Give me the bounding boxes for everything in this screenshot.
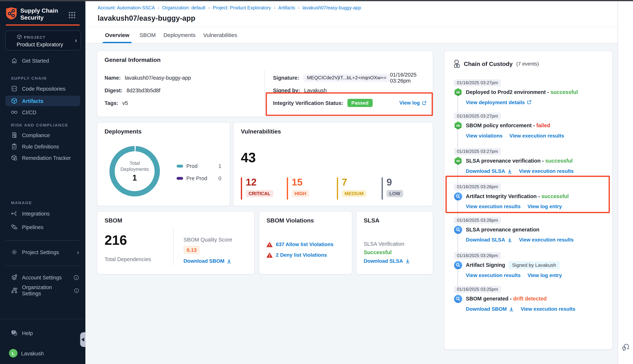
download-slsa-link[interactable]: Download SLSA	[466, 237, 512, 242]
artifact-digest: 8d23bd3b5d8f	[126, 87, 160, 93]
support-chat-icon[interactable]	[621, 343, 630, 352]
coc-event-sbom-generated: 01/16/2025 03:25pm SBOM generated - drif…	[454, 285, 606, 312]
tab-sbom[interactable]: SBOM	[140, 32, 156, 38]
total-vulnerabilities-value: 43	[241, 150, 256, 166]
signed-by-label: Signed by:	[273, 87, 300, 93]
signature-value[interactable]: MEQCICde2VjIT...bL+2+mqnOXw==	[303, 74, 390, 82]
sidebar-item-artifacts[interactable]: Artifacts	[5, 96, 80, 106]
sidebar-item-label: Project Settings	[22, 249, 59, 255]
verification-step-icon	[454, 261, 462, 269]
legend-item-pre-prod: Pre Prod 0	[176, 175, 221, 181]
tab-deployments[interactable]: Deployments	[164, 32, 196, 38]
coc-event-deploy: 01/16/2025 03:27pm ∞ Deployed to Prod2 e…	[454, 78, 606, 105]
view-execution-results-link[interactable]: View execution results	[520, 306, 575, 312]
breadcrumb-organization[interactable]: Organization: default	[162, 5, 205, 10]
breadcrumb-artifacts[interactable]: Artifacts	[278, 5, 295, 10]
info-icon	[74, 288, 79, 293]
card-title: SBOM	[104, 217, 122, 224]
chevron-right-icon: ›	[75, 36, 77, 44]
card-title: Deployments	[104, 128, 142, 135]
coc-event-slsa-verification: 01/16/2025 03:27pm ∞ SLSA provenance ver…	[454, 147, 606, 174]
total-dependencies-value: 216	[104, 233, 127, 248]
sidebar-item-remediation-tracker[interactable]: Remediation Tracker	[0, 152, 85, 163]
deny-list-violations-link[interactable]: 2 Deny list Violations	[276, 252, 327, 258]
deployments-card: Deployments Total Deployments 1 Prod 1 P…	[97, 122, 230, 206]
sidebar-item-cicd[interactable]: CI/CD	[0, 107, 85, 118]
severity-low: 9 LOW	[382, 177, 403, 200]
module-grid-icon[interactable]	[68, 11, 76, 19]
view-execution-results-link[interactable]: View execution results	[466, 272, 520, 278]
user-name[interactable]: Lavakush	[21, 351, 44, 357]
medium-badge: MEDIUM	[342, 190, 366, 197]
divider	[6, 240, 80, 241]
page-header: Account: Automation-SSCA› Organization: …	[85, 1, 618, 44]
download-sbom-link[interactable]: Download SBOM	[184, 258, 231, 264]
sidebar-item-account-settings[interactable]: Account Settings	[0, 272, 85, 283]
coc-event-slsa-generation: 01/16/2025 03:26pm SLSA provenance gener…	[454, 216, 606, 242]
sidebar-item-label: Integrations	[22, 210, 50, 216]
download-icon	[405, 259, 410, 264]
view-execution-results-link[interactable]: View execution results	[519, 237, 574, 242]
sidebar-item-compliance[interactable]: Compliance	[0, 130, 85, 140]
view-log-entry-link[interactable]: View log entry	[528, 204, 562, 209]
event-title: SBOM generated	[466, 296, 508, 302]
event-title: Deployed to Prod2 environment	[466, 89, 546, 95]
sidebar-item-rule-definitions[interactable]: Rule Definitions	[0, 141, 85, 152]
user-avatar[interactable]: L	[9, 349, 18, 358]
divider	[0, 319, 85, 319]
view-execution-results-link[interactable]: View execution results	[519, 168, 574, 174]
donut-center-label: Total	[130, 160, 140, 166]
sidebar-item-project-settings[interactable]: Project Settings ›	[0, 247, 85, 258]
view-execution-results-link[interactable]: View execution results	[509, 133, 564, 138]
high-count: 15	[292, 177, 309, 187]
coc-event-policy: 01/16/2025 03:27pm ∞ SBOM policy enforce…	[454, 112, 606, 138]
event-timestamp: 01/16/2025 03:26pm	[454, 216, 501, 224]
sidebar-item-label: Account Settings	[22, 274, 62, 280]
event-status: successful	[550, 89, 578, 95]
prod-swatch	[176, 165, 183, 168]
coc-event-integrity-verification: 01/16/2025 03:26pm Artifact Integrity Ve…	[454, 182, 606, 209]
total-dependencies-label: Total Dependencies	[104, 256, 151, 262]
sidebar: Supply Chain Security PROJECT Product Ex…	[0, 1, 85, 364]
download-slsa-link[interactable]: Download SLSA	[466, 168, 512, 174]
allow-list-violations-link[interactable]: 637 Allow list Violations	[276, 242, 334, 247]
right-rail	[618, 1, 633, 364]
rules-clipboard-icon	[11, 143, 18, 150]
download-icon	[507, 237, 512, 242]
tab-vulnerabilities[interactable]: Vulnerabilities	[203, 32, 237, 38]
event-title: SLSA provenance verification	[466, 158, 540, 164]
pipeline-step-icon: ∞	[454, 88, 462, 96]
pre-prod-swatch	[176, 177, 183, 180]
pipelines-icon	[11, 224, 18, 230]
sidebar-item-help[interactable]: ? Help	[0, 328, 85, 338]
view-violations-link[interactable]: View violations	[466, 133, 502, 138]
app-window: Supply Chain Security PROJECT Product Ex…	[0, 0, 633, 364]
download-slsa-link[interactable]: Download SLSA	[364, 258, 410, 264]
breadcrumb-account[interactable]: Account: Automation-SSCA	[98, 5, 155, 10]
breadcrumb-current[interactable]: lavakush07/easy-buggy-app	[302, 5, 361, 10]
project-selector[interactable]: PROJECT Product Exploratory ›	[5, 30, 81, 50]
gear-icon	[11, 249, 18, 256]
sbom-quality-score-value: 6.13	[184, 246, 200, 254]
tab-overview[interactable]: Overview	[102, 32, 132, 38]
sidebar-item-integrations[interactable]: Integrations	[0, 208, 85, 219]
sidebar-collapse-handle[interactable]	[80, 332, 86, 347]
coc-event-artifact-signing: 01/16/2025 03:26pm Artifact SigningSigne…	[454, 252, 606, 278]
chevron-right-icon: ›	[77, 249, 79, 256]
low-count: 9	[386, 177, 403, 187]
view-log-link[interactable]: View log	[399, 100, 426, 106]
download-sbom-link[interactable]: Download SBOM	[466, 306, 514, 312]
section-label-risk-compliance: RISK AND COMPLIANCE	[11, 123, 68, 127]
sidebar-item-get-started[interactable]: Get Started	[0, 55, 85, 66]
signature-date: 01/16/2025 03:26pm	[390, 72, 426, 84]
view-execution-results-link[interactable]: View execution results	[466, 204, 520, 209]
sbom-quality-score-label: SBOM Quality Score	[184, 237, 232, 243]
slsa-verification-status: Successful	[364, 250, 392, 256]
view-log-entry-link[interactable]: View log entry	[528, 272, 562, 278]
view-deployment-details-link[interactable]: View deployment details	[466, 100, 531, 105]
sidebar-item-pipelines[interactable]: Pipelines	[0, 222, 85, 232]
event-timestamp: 01/16/2025 03:26pm	[454, 252, 501, 259]
sidebar-item-organization-settings[interactable]: Organization Settings	[0, 285, 85, 296]
sidebar-item-code-repositories[interactable]: Code Repositories	[0, 83, 85, 94]
breadcrumb-project[interactable]: Project: Product Exploratory	[213, 5, 271, 10]
